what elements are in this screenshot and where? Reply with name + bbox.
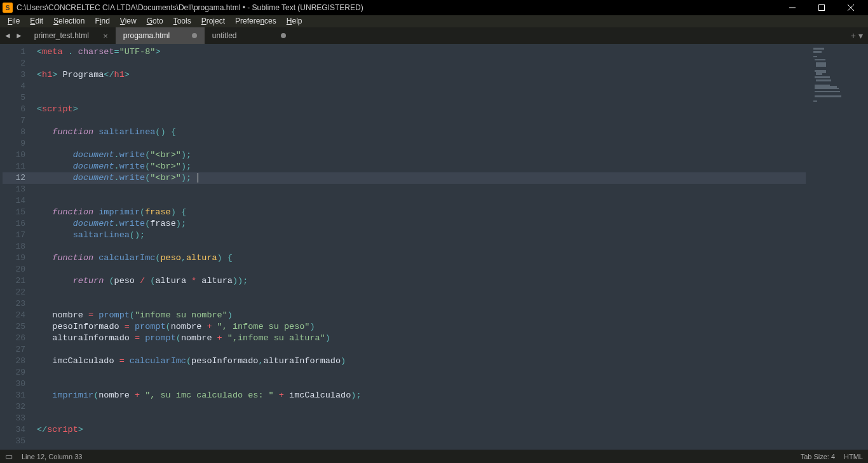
tab-bar: ◄ ► primer_test.html × progama.html unti… bbox=[0, 27, 868, 44]
new-tab-icon[interactable]: + bbox=[851, 31, 856, 41]
tab-extra: + ▾ bbox=[846, 27, 868, 44]
title-bar: S C:\Users\CONCRELTEC CIA LTDA\Documents… bbox=[0, 0, 868, 15]
window-title: C:\Users\CONCRELTEC CIA LTDA\Documents\D… bbox=[17, 3, 778, 12]
tab-dirty-icon bbox=[281, 33, 286, 38]
editor-area: 1234567891011121314151617181920212223242… bbox=[0, 44, 868, 450]
menu-selection[interactable]: Selection bbox=[48, 15, 90, 27]
menu-edit[interactable]: Edit bbox=[25, 15, 48, 27]
tab-close-icon[interactable]: × bbox=[103, 31, 108, 41]
tab-forward-icon[interactable]: ► bbox=[15, 31, 23, 40]
gutter[interactable]: 1234567891011121314151617181920212223242… bbox=[0, 44, 32, 450]
status-syntax[interactable]: HTML bbox=[844, 453, 863, 460]
menu-preferences[interactable]: Preferences bbox=[230, 15, 281, 27]
tab-menu-icon[interactable]: ▾ bbox=[858, 31, 863, 41]
app-icon: S bbox=[3, 3, 13, 13]
tab-progama[interactable]: progama.html bbox=[116, 27, 205, 44]
tab-primer-test[interactable]: primer_test.html × bbox=[27, 27, 116, 44]
code-editor[interactable]: <meta . charset="UTF-8"> <h1> Programa</… bbox=[32, 44, 811, 450]
tab-label: progama.html bbox=[123, 31, 170, 40]
svg-rect-1 bbox=[819, 5, 825, 11]
menu-find[interactable]: Find bbox=[90, 15, 114, 27]
tab-dirty-icon bbox=[192, 33, 197, 38]
close-button[interactable] bbox=[836, 0, 865, 15]
maximize-button[interactable] bbox=[807, 0, 836, 15]
menu-tools[interactable]: Tools bbox=[168, 15, 196, 27]
status-position[interactable]: Line 12, Column 33 bbox=[22, 453, 82, 460]
status-bar: ▭ Line 12, Column 33 Tab Size: 4 HTML bbox=[0, 450, 868, 463]
tab-back-icon[interactable]: ◄ bbox=[4, 31, 11, 40]
status-tab-size[interactable]: Tab Size: 4 bbox=[801, 453, 835, 460]
tab-label: untitled bbox=[212, 31, 237, 40]
minimap[interactable] bbox=[811, 44, 868, 450]
menu-view[interactable]: View bbox=[115, 15, 142, 27]
minimize-button[interactable] bbox=[778, 0, 807, 15]
menu-help[interactable]: Help bbox=[281, 15, 308, 27]
panel-switcher-icon[interactable]: ▭ bbox=[5, 452, 13, 461]
tab-nav: ◄ ► bbox=[0, 27, 27, 44]
tab-label: primer_test.html bbox=[34, 31, 89, 40]
menu-goto[interactable]: Goto bbox=[142, 15, 168, 27]
menu-project[interactable]: Project bbox=[196, 15, 230, 27]
menu-file[interactable]: File bbox=[3, 15, 25, 27]
menu-bar: File Edit Selection Find View Goto Tools… bbox=[0, 15, 868, 27]
tab-untitled[interactable]: untitled bbox=[205, 27, 294, 44]
